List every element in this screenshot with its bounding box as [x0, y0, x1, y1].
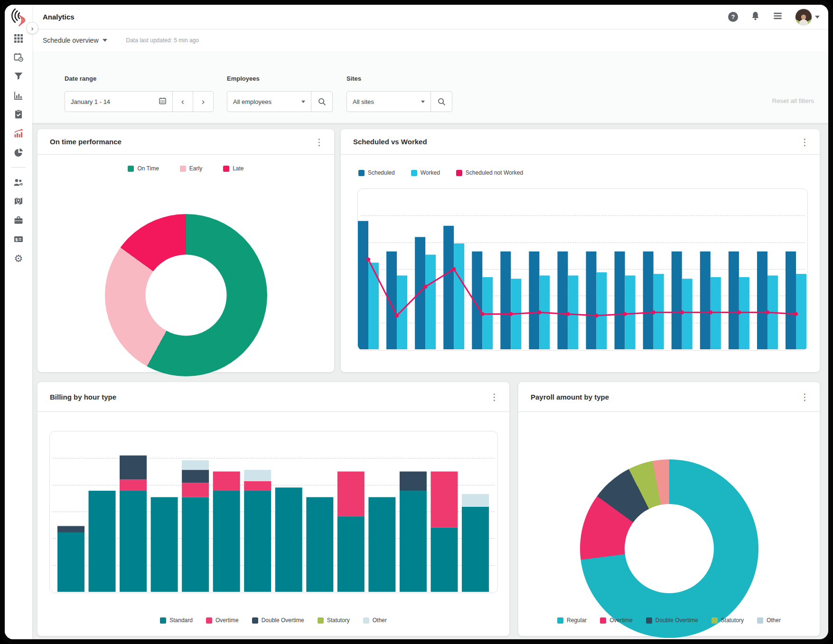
line-point-13: [709, 310, 712, 314]
stack-overtime-6: [213, 472, 240, 491]
bar-scheduled-1: [358, 221, 368, 349]
pie-chart-icon[interactable]: [13, 147, 24, 158]
brand-logo[interactable]: [8, 8, 29, 28]
legend-item-overtime[interactable]: Overtime: [206, 617, 239, 624]
kebab-menu-icon[interactable]: ⋮: [487, 391, 502, 403]
prev-period-button[interactable]: ‹: [172, 91, 193, 112]
legend-item-late[interactable]: Late: [223, 165, 243, 172]
stack-standard-2: [89, 491, 116, 592]
tasks-clipboard-icon[interactable]: [13, 109, 24, 120]
chevron-down-icon: [301, 101, 305, 103]
legend-item-standard[interactable]: Standard: [160, 617, 193, 624]
legend-swatch: [600, 617, 606, 624]
date-range-input[interactable]: January 1 - 14: [65, 91, 173, 112]
next-period-button[interactable]: ›: [193, 91, 214, 112]
billing-legend: StandardOvertimeDouble OvertimeStatutory…: [37, 617, 509, 624]
report-view-selector[interactable]: Schedule overview: [43, 37, 107, 44]
legend-label: Worked: [421, 169, 440, 176]
stack-standard-12: [400, 491, 427, 592]
payroll-receipt-icon[interactable]: $: [13, 234, 24, 244]
card-header: Billing by hour type ⋮: [37, 382, 509, 412]
last-updated-text: Data last updated: 5 min ago: [126, 37, 199, 44]
legend-swatch: [128, 166, 134, 172]
card-title: Payroll amount by type: [531, 393, 609, 401]
legend-item-statutory[interactable]: Statutory: [711, 617, 744, 624]
line-point-5: [480, 312, 484, 316]
card-billing-by-hour-type: Billing by hour type ⋮ StandardOvertimeD…: [37, 382, 509, 636]
filter-funnel-icon[interactable]: [13, 71, 24, 82]
schedule-calendar-icon[interactable]: [13, 52, 24, 63]
bar-scheduled-14: [729, 252, 739, 349]
bar-scheduled-9: [586, 252, 597, 349]
bar-chart-icon[interactable]: [13, 90, 24, 101]
legend-item-double-overtime[interactable]: Double Overtime: [252, 617, 304, 624]
business-briefcase-icon[interactable]: [13, 215, 24, 225]
legend-label: On Time: [137, 165, 159, 172]
legend-label: Overtime: [215, 617, 239, 624]
reset-filters-link[interactable]: Reset all filters: [772, 97, 814, 104]
analytics-trend-icon-active[interactable]: [13, 128, 24, 139]
legend-item-other[interactable]: Other: [757, 617, 781, 624]
topbar: Analytics ?: [32, 5, 828, 29]
stack-other-5: [182, 460, 209, 470]
line-point-16: [794, 312, 798, 316]
locations-map-icon[interactable]: [13, 196, 24, 206]
employees-search-button[interactable]: [311, 91, 333, 112]
legend-item-early[interactable]: Early: [180, 165, 202, 172]
notifications-bell-icon[interactable]: [750, 11, 760, 23]
line-point-2: [395, 314, 399, 317]
legend-item-worked[interactable]: Worked: [411, 169, 440, 176]
sidebar-collapse-button[interactable]: ›: [26, 22, 38, 34]
legend-label: Scheduled: [368, 169, 395, 176]
sites-control: All sites: [346, 91, 452, 112]
line-point-11: [651, 310, 655, 314]
employees-select[interactable]: All employees: [227, 91, 311, 112]
account-menu[interactable]: [795, 9, 820, 26]
legend-swatch: [160, 617, 166, 624]
legend-item-scheduled[interactable]: Scheduled: [358, 169, 395, 176]
date-range-value: January 1 - 14: [71, 98, 110, 105]
sidebar-menu: $ ⚙: [11, 33, 26, 263]
legend-label: Late: [233, 165, 243, 172]
card-scheduled-vs-worked: Scheduled vs Worked ⋮ ScheduledWorkedSch…: [341, 129, 820, 372]
stack-standard-14: [462, 507, 489, 592]
settings-gear-icon[interactable]: ⚙: [13, 253, 24, 263]
legend-label: Scheduled not Worked: [466, 169, 523, 176]
stack-standard-4: [151, 497, 178, 592]
legend-label: Other: [767, 617, 781, 624]
card-header: Scheduled vs Worked ⋮: [341, 129, 820, 155]
legend-label: Regular: [567, 617, 587, 624]
legend-item-statutory[interactable]: Statutory: [318, 617, 350, 624]
menu-list-icon[interactable]: [773, 11, 783, 23]
team-settings-icon[interactable]: [13, 177, 24, 187]
stack-standard-8: [275, 487, 302, 592]
sites-search-button[interactable]: [431, 91, 452, 112]
scheduled-vs-worked-legend: ScheduledWorkedScheduled not Worked: [358, 169, 523, 176]
legend-item-regular[interactable]: Regular: [557, 617, 587, 624]
legend-item-scheduled-not-worked[interactable]: Scheduled not Worked: [456, 169, 523, 176]
kebab-menu-icon[interactable]: ⋮: [312, 135, 327, 148]
legend-item-double-overtime[interactable]: Double Overtime: [646, 617, 698, 624]
avatar[interactable]: [795, 9, 812, 26]
bar-scheduled-13: [700, 252, 711, 349]
bar-scheduled-2: [386, 252, 397, 349]
stack-overtime-3: [120, 479, 147, 491]
sites-select[interactable]: All sites: [346, 91, 431, 112]
apps-grid-icon[interactable]: [13, 33, 24, 44]
legend-item-on-time[interactable]: On Time: [128, 165, 159, 172]
line-point-9: [594, 314, 598, 317]
kebab-menu-icon[interactable]: ⋮: [797, 135, 812, 148]
donut-hole: [145, 255, 226, 336]
stack-standard-10: [337, 516, 365, 592]
stack-double-overtime-1: [57, 526, 84, 532]
legend-item-overtime[interactable]: Overtime: [600, 617, 633, 624]
date-range-label: Date range: [65, 75, 96, 82]
bar-scheduled-7: [529, 252, 539, 349]
payroll-donut-chart: [580, 459, 758, 638]
kebab-menu-icon[interactable]: ⋮: [797, 391, 812, 403]
help-icon[interactable]: ?: [728, 12, 738, 22]
legend-item-other[interactable]: Other: [363, 617, 387, 624]
app-window: $ ⚙ › Analytics ?: [5, 5, 828, 639]
legend-label: Other: [373, 617, 387, 624]
line-point-14: [737, 310, 741, 314]
